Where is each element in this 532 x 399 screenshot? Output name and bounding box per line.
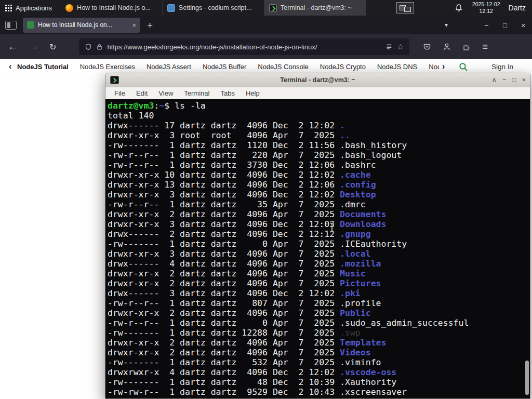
panel-username: Dartz: [509, 4, 526, 12]
browser-minimize-button[interactable]: −: [484, 21, 489, 30]
panel-clock[interactable]: 2025-12-02 12:12: [472, 1, 500, 15]
terminal-ls-line: -rw-r--r-- 1 dartz dartz 0 Apr 7 2025 .s…: [108, 318, 523, 328]
notification-area[interactable]: [455, 4, 463, 12]
taskbar-button-settings[interactable]: Settings - codium script...: [163, 0, 264, 16]
browser-navigation-bar: ← → ↻ https://www.geeksforgeeks.org/node…: [0, 34, 532, 59]
terminal-prompt-line: dartz@vm3:~$ ls -la: [108, 101, 523, 111]
terminal-scrollbar[interactable]: [524, 99, 530, 398]
terminal-title-bar[interactable]: Terminal - dartz@vm3: ~ ∧ − □ ×: [105, 73, 530, 87]
terminal-title: Terminal - dartz@vm3: ~: [105, 76, 530, 84]
panel-tasklist: How to Install Node.js o...Settings - co…: [61, 0, 366, 16]
gfg-nav-link[interactable]: NodeJS Tutorial: [17, 63, 69, 71]
gfg-nav-link[interactable]: NodeJS DNS: [377, 63, 417, 71]
terminal-ls-line: drwxr-xr-x 2 dartz dartz 4096 Apr 7 2025…: [108, 308, 523, 318]
terminal-ls-line: drwxr-xr-x 3 dartz dartz 4096 Apr 7 2025…: [108, 249, 523, 259]
gfg-nav-links: NodeJS TutorialNodeJS ExercisesNodeJS As…: [17, 63, 439, 71]
terminal-menu-tabs[interactable]: Tabs: [220, 89, 234, 97]
workspace-switcher[interactable]: [396, 2, 414, 14]
terminal-body[interactable]: dartz@vm3:~$ ls -latotal 140drwx------ 1…: [105, 99, 530, 398]
workspace-mini-window: [404, 7, 411, 12]
taskbar-button-label: How to Install Node.js o...: [77, 4, 151, 11]
tab-title: How to Install Node.js on...: [38, 21, 128, 29]
tracking-shield-icon[interactable]: [85, 43, 92, 51]
clock-time: 12:12: [472, 8, 500, 15]
terminal-ls-line: drwxr-xr-x 3 dartz dartz 4096 Dec 2 12:0…: [108, 219, 523, 229]
terminal-menubar: FileEditViewTerminalTabsHelp: [105, 87, 530, 99]
hamburger-menu-icon[interactable]: ≡: [482, 42, 488, 51]
applications-grid-icon: [5, 5, 12, 11]
terminal-maximize-button[interactable]: □: [512, 75, 516, 85]
terminal-ls-line: drwxr-xr-x 2 dartz dartz 4096 Apr 7 2025…: [108, 348, 523, 357]
gfg-nav-link[interactable]: NodeJS Crypto: [320, 63, 366, 71]
terminal-ls-line: drwx------ 3 dartz dartz 4096 Dec 2 12:0…: [108, 288, 523, 298]
gfg-scroll-left-icon[interactable]: ‹: [9, 62, 11, 71]
applications-label: Applications: [16, 4, 52, 12]
terminal-ls-line: -rw-r--r-- 1 dartz dartz 3730 Dec 2 12:0…: [108, 160, 523, 170]
terminal-shade-button[interactable]: ∧: [491, 75, 497, 85]
tab-close-icon[interactable]: ×: [132, 21, 136, 29]
terminal-ls-line: drwxrwxr-x 4 dartz dartz 4096 Dec 2 12:0…: [108, 367, 523, 377]
url-bar[interactable]: https://www.geeksforgeeks.org/node-js/in…: [79, 38, 409, 55]
extensions-puzzle-icon[interactable]: [462, 43, 471, 51]
settings-icon: [167, 4, 175, 12]
taskbar-button-terminal[interactable]: Terminal - dartz@vm3: ~: [264, 0, 366, 16]
reload-button[interactable]: ↻: [49, 42, 56, 52]
gfg-nav-link[interactable]: NodeJS Buffer: [203, 63, 246, 71]
terminal-minimize-button[interactable]: −: [502, 75, 507, 85]
terminal-ls-line: drwx------ 17 dartz dartz 4096 Dec 2 12:…: [108, 121, 523, 130]
taskbar-button-label: Settings - codium script...: [179, 4, 251, 11]
terminal-ls-line: drwx------ 2 dartz dartz 4096 Dec 2 12:1…: [108, 229, 523, 239]
applications-menu-button[interactable]: Applications: [0, 0, 57, 16]
account-icon[interactable]: [443, 43, 451, 51]
terminal-ls-line: drwx------ 4 dartz dartz 4096 Apr 7 2025…: [108, 259, 523, 269]
top-panel: Applications How to Install Node.js o...…: [0, 0, 532, 16]
bookmark-star-icon[interactable]: ☆: [397, 42, 404, 51]
toolbar-icons: ≡: [423, 42, 488, 51]
list-tabs-icon[interactable]: ▾: [445, 21, 448, 29]
search-icon[interactable]: [458, 62, 469, 72]
reader-mode-icon[interactable]: [385, 43, 393, 50]
workspace-cell[interactable]: [396, 2, 414, 14]
terminal-ls-line: drwxr-xr-x 2 dartz dartz 4096 Apr 7 2025…: [108, 338, 523, 348]
url-text[interactable]: https://www.geeksforgeeks.org/node-js/in…: [107, 43, 381, 51]
back-button[interactable]: ←: [8, 41, 18, 52]
terminal-ls-line: drwxr-xr-x 3 dartz dartz 4096 Dec 2 12:0…: [108, 190, 523, 200]
gfg-scroll-right-icon[interactable]: ›: [442, 62, 445, 71]
terminal-ls-line: -rw------- 1 dartz dartz 0 Apr 7 2025 .I…: [108, 239, 523, 249]
gfg-nav-link[interactable]: NodeJS Assert: [147, 63, 191, 71]
terminal-close-button[interactable]: ×: [522, 75, 526, 85]
browser-maximize-button[interactable]: □: [503, 21, 507, 29]
terminal-scrollbar-thumb[interactable]: [525, 361, 529, 395]
terminal-menu-view[interactable]: View: [158, 89, 173, 97]
terminal-ls-line: -rw-r--r-- 1 dartz dartz 220 Apr 7 2025 …: [108, 150, 523, 160]
terminal-ls-line: -rw------- 1 dartz dartz 48 Dec 2 10:39 …: [108, 377, 523, 387]
browser-tab-strip: How to Install Node.js on... × + ▾ − □ ×: [0, 16, 532, 34]
desktop: Applications How to Install Node.js o...…: [0, 0, 532, 399]
new-tab-button[interactable]: +: [147, 20, 153, 30]
gfg-nav-link[interactable]: NodeJS Exercises: [80, 63, 135, 71]
mouse-cursor: [329, 222, 335, 233]
terminal-ls-line: -rw-rw-r-- 1 dartz dartz 9529 Dec 2 10:4…: [108, 387, 523, 397]
terminal-menu-terminal[interactable]: Terminal: [184, 89, 209, 97]
firefox-icon: [65, 4, 73, 12]
forward-button[interactable]: →: [29, 41, 38, 52]
gfg-nav-link[interactable]: Node: [429, 63, 439, 71]
lock-icon[interactable]: [96, 43, 103, 50]
browser-tab[interactable]: How to Install Node.js on... ×: [23, 18, 140, 33]
terminal-menu-edit[interactable]: Edit: [136, 89, 148, 97]
taskbar-button-firefox[interactable]: How to Install Node.js o...: [61, 0, 163, 16]
notification-bell-icon: [455, 4, 463, 12]
clock-date: 2025-12-02: [472, 1, 500, 8]
sign-in-link[interactable]: Sign In: [491, 63, 513, 71]
panel-separator: [59, 4, 59, 12]
terminal-menu-help[interactable]: Help: [246, 89, 260, 97]
terminal-icon: [269, 4, 277, 12]
gfg-nav-link[interactable]: NodeJS Console: [258, 63, 309, 71]
terminal-ls-line: drwxr-xr-x 13 dartz dartz 4096 Dec 2 12:…: [108, 180, 523, 190]
browser-close-button[interactable]: ×: [521, 21, 526, 30]
terminal-ls-line: -rw------- 1 dartz dartz 12288 Apr 7 202…: [108, 328, 523, 338]
terminal-menu-file[interactable]: File: [114, 89, 125, 97]
firefox-view-icon[interactable]: [5, 21, 17, 30]
pocket-icon[interactable]: [423, 43, 431, 51]
taskbar-button-label: Terminal - dartz@vm3: ~: [281, 4, 352, 11]
